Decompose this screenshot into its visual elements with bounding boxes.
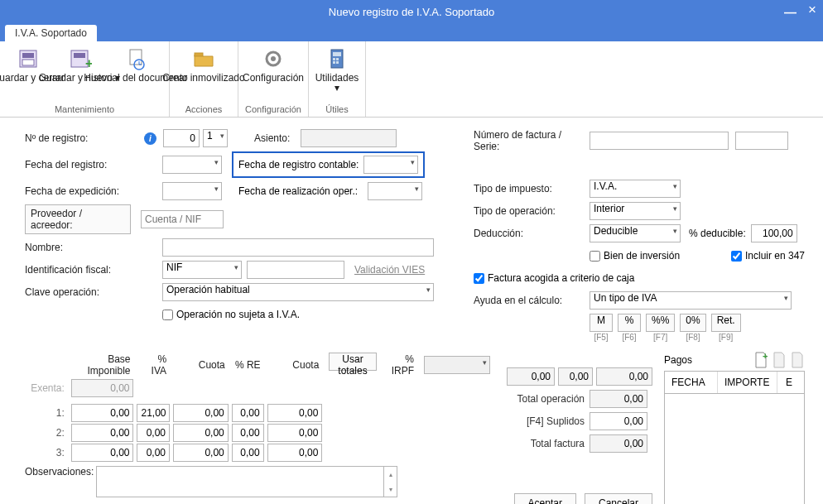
observaciones-textarea[interactable] [96,466,384,497]
validacion-vies-link[interactable]: Validación VIES [354,264,425,276]
clave-op-select[interactable]: Operación habitual [162,283,434,301]
deduccion-select[interactable]: Deducible [590,224,681,242]
col-pct-re: % RE [230,351,266,378]
irpf-select[interactable] [424,356,490,374]
r2-re[interactable] [232,424,264,442]
obs-label: Observaciones: [25,466,96,478]
incluir-347-checkbox[interactable]: Incluir en 347 [731,250,805,262]
aceptar-button[interactable]: Aceptar [514,493,576,504]
del-doc-icon[interactable] [790,351,805,369]
fecha-real-oper-label: Fecha de realización oper.: [238,185,368,197]
n-registro-sec[interactable]: 1 [203,129,228,147]
btn-ret[interactable]: Ret. [711,314,741,332]
irpf-pct[interactable] [558,367,593,386]
col-pct-iva: % IVA [135,351,171,378]
cancelar-button[interactable]: Cancelar [585,493,652,504]
btn-pct[interactable]: % [618,314,641,332]
r3-cuota2[interactable] [267,444,323,462]
r3-base[interactable] [71,444,134,462]
r3-re[interactable] [232,444,264,462]
fecha-real-oper-input[interactable] [368,182,422,200]
total-operacion-input[interactable] [590,390,647,408]
tipo-operacion-label: Tipo de operación: [474,205,590,217]
svg-rect-4 [74,53,85,58]
svg-rect-2 [22,60,34,65]
exenta-base[interactable] [71,379,134,397]
svg-rect-16 [336,58,339,60]
factura-caja-checkbox[interactable]: Factura acogida a criterio de caja [474,272,634,284]
total-factura-input[interactable] [590,434,647,453]
ribbon-group-utiles: Utilidades ▾ Útiles [309,41,366,117]
serie-input[interactable] [735,132,788,150]
usar-totales-button[interactable]: Usar totales [329,353,376,371]
svg-point-12 [271,56,276,61]
btn-pctpct[interactable]: %% [646,314,675,332]
bien-inversion-checkbox[interactable]: Bien de inversión [590,250,680,262]
r3-cuota[interactable] [173,444,229,462]
r2-base[interactable] [71,424,134,442]
id-fiscal-select[interactable]: NIF [162,261,242,279]
nombre-input[interactable] [162,238,434,257]
svg-rect-15 [333,58,335,60]
exenta-label: Exenta: [25,378,70,398]
tab-iva-soportado[interactable]: I.V.A. Soportado [5,25,97,41]
ayuda-calculo-label: Ayuda en el cálculo: [474,295,590,306]
n-registro-label: Nº de registro: [25,132,139,144]
ayuda-calculo-select[interactable]: Un tipo de IVA [590,291,792,310]
r1-cuota[interactable] [173,404,229,422]
pagos-col-fecha: FECHA [665,372,718,393]
r3-iva[interactable] [137,444,170,462]
new-doc-icon[interactable]: + [753,351,768,369]
r2-cuota[interactable] [173,424,229,442]
total-operacion-label: Total operación [507,393,590,405]
pct-deducible-label: % deducible: [689,228,746,239]
pagos-icons: + [753,351,805,369]
gear-icon [259,45,287,73]
minimize-icon[interactable]: — [784,5,797,19]
irpf-cuota[interactable] [596,367,652,386]
r1-cuota2[interactable] [267,404,323,422]
svg-rect-18 [336,61,339,64]
btn-m[interactable]: M [590,314,613,332]
svg-rect-14 [333,52,341,56]
pagos-col-e: E [777,372,801,393]
fecha-registro-label: Fecha del registro: [25,159,139,170]
info-icon[interactable]: i [144,132,156,145]
r2-cuota2[interactable] [267,424,323,442]
totals-column: Total operación [F4] Suplidos Total fact… [507,351,652,504]
pagos-table[interactable]: FECHA IMPORTE E [664,371,805,504]
obs-scroll[interactable]: ▴▾ [384,466,397,497]
proveedor-input[interactable] [141,210,224,228]
proveedor-label[interactable]: Proveedor / acreedor: [25,204,131,234]
asiento-input[interactable] [301,129,397,147]
fecha-reg-contable-input[interactable] [363,156,418,174]
tipo-operacion-select[interactable]: Interior [590,202,681,220]
id-fiscal-number-input[interactable] [247,261,344,279]
fecha-registro-input[interactable] [162,156,222,174]
r1-base[interactable] [71,404,134,422]
r1-re[interactable] [232,404,264,422]
svg-rect-17 [333,61,335,64]
btn-0pct[interactable]: 0% [680,314,705,332]
n-registro-input[interactable] [163,129,200,147]
bottom-section: Base Imponible % IVA Cuota % RE Cuota Us… [25,351,805,504]
num-factura-input[interactable] [590,132,729,150]
r2-iva[interactable] [137,424,170,442]
svg-rect-1 [22,53,34,58]
total-factura-label: Total factura [507,438,590,449]
irpf-base[interactable] [507,367,555,386]
tipo-impuesto-select[interactable]: I.V.A. [590,180,681,198]
num-factura-label: Número de factura / Serie: [474,129,590,152]
r1-iva[interactable] [137,404,170,422]
r2-label: 2: [25,423,70,443]
r3-label: 3: [25,443,70,463]
utilidades-button[interactable]: Utilidades ▾ [314,45,360,93]
suplidos-input[interactable] [590,412,647,430]
pagos-panel: Pagos + FECHA IMPORTE E [664,351,805,504]
op-no-sujeta-checkbox[interactable]: Operación no sujeta a I.V.A. [162,309,300,320]
edit-doc-icon[interactable] [772,351,787,369]
close-icon[interactable]: × [808,5,816,19]
svg-text:+: + [763,351,768,361]
pct-deducible-input[interactable] [751,224,797,242]
fecha-exped-input[interactable] [162,182,222,200]
